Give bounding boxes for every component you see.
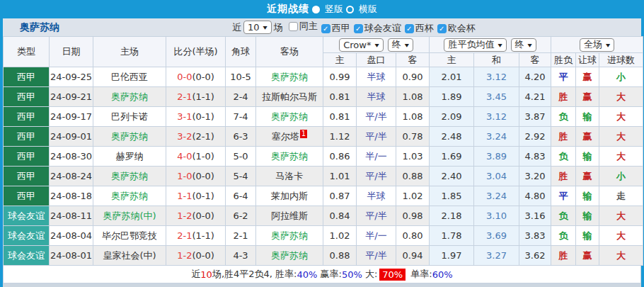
league-type-cell: 球会友谊 bbox=[4, 246, 50, 266]
page: 近期战绩 竖版 横版 奥萨苏纳 近 10 ▼ 场 同主✓西甲✓球会友谊✓西杯✓欧… bbox=[0, 0, 644, 287]
bottom-strip bbox=[3, 283, 641, 287]
checkbox-unchecked-icon[interactable] bbox=[289, 22, 298, 31]
match-row: 西甲24-09-25巴伦西亚0-0(0-0)10-5奥萨苏纳0.99半球0.90… bbox=[4, 67, 643, 87]
league-checkbox-球会友谊[interactable]: ✓球会友谊 bbox=[354, 22, 401, 35]
scope-dropdown-cell: 全场 ▼ bbox=[551, 37, 643, 53]
full-time-score: 1-0 bbox=[177, 171, 192, 181]
match-row: 西甲24-08-18奥萨苏纳1-1(0-1)6-4莱加内斯0.87半球1.021… bbox=[4, 186, 643, 206]
handicap-result-cell: 赢 bbox=[576, 127, 599, 147]
recent-count-select[interactable]: 10 ▼ bbox=[243, 21, 272, 34]
match-row: 西甲24-09-17巴列卡诺3-1(0-1)7-4奥萨苏纳0.81平/半1.08… bbox=[4, 107, 643, 127]
goals-result-cell: 大 bbox=[599, 87, 643, 107]
corner-cell: 6-2 bbox=[226, 206, 256, 226]
radio-selected-icon[interactable] bbox=[312, 6, 320, 13]
checkbox-checked-icon[interactable]: ✓ bbox=[321, 24, 330, 33]
corner-cell: 4-3 bbox=[226, 246, 256, 266]
summary-bar: 近10场,胜4平2负4, 胜率:40% 赢率:50% 大:70% 单率:60% bbox=[3, 266, 641, 283]
score-cell: 1-1(0-1) bbox=[166, 186, 226, 206]
col-header-away: 客场 bbox=[256, 37, 323, 67]
sub-header-avg-away: 客 bbox=[519, 53, 551, 67]
league-type-cell: 球会友谊 bbox=[4, 226, 50, 246]
layout-option-vertical[interactable]: 竖版 bbox=[325, 3, 343, 16]
handicap-result-cell: 赢 bbox=[576, 67, 599, 87]
sub-header-odds-away: 客 bbox=[396, 53, 430, 67]
date-cell: 24-08-30 bbox=[50, 147, 93, 167]
summary-segment: 大: bbox=[362, 268, 378, 281]
away-team-cell: 奥萨苏纳 bbox=[256, 107, 323, 127]
summary-segment: 60% bbox=[432, 269, 453, 280]
sub-header-goals: 进球数 bbox=[599, 53, 643, 67]
sub-header-handicap-result: 让球 bbox=[576, 53, 599, 67]
score-cell: 2-1(1-1) bbox=[166, 226, 226, 246]
chevron-down-icon: ▼ bbox=[498, 42, 502, 47]
sub-header-avg-draw: 和 bbox=[474, 53, 519, 67]
date-cell: 24-08-01 bbox=[50, 246, 93, 266]
match-row: 西甲24-08-30赫罗纳4-0(1-0)5-0奥萨苏纳0.86半/一1.031… bbox=[4, 147, 643, 167]
odds-home-cell: 0.81 bbox=[323, 87, 357, 107]
header-row-dropdowns: 类型 日期 主场 比分(半场) 角球 客场 Crow* ▼ 终 ▼ bbox=[4, 37, 643, 53]
league-type-cell: 西甲 bbox=[4, 147, 50, 167]
score-cell: 1-2(0-0) bbox=[166, 246, 226, 266]
away-team-cell: 奥萨苏纳 bbox=[256, 226, 323, 246]
result-cell: 负 bbox=[551, 107, 576, 127]
odds-away-cell: 1.02 bbox=[396, 186, 430, 206]
chevron-down-icon: ▼ bbox=[405, 42, 409, 47]
league-checkbox-西杯[interactable]: ✓西杯 bbox=[405, 22, 434, 35]
handicap-result-cell: 输 bbox=[576, 226, 599, 246]
avg-home-cell: 2.09 bbox=[430, 107, 474, 127]
handicap-cell: 半/一 bbox=[357, 147, 396, 167]
match-row: 球会友谊24-08-11奥萨苏纳(中)1-2(0-0)6-2阿拉维斯0.84平/… bbox=[4, 206, 643, 226]
full-time-score: 3-2 bbox=[177, 131, 192, 142]
avg-time-select[interactable]: 终 ▼ bbox=[511, 38, 536, 52]
full-time-score: 3-1 bbox=[177, 111, 192, 122]
avg-home-cell: 1.97 bbox=[430, 246, 474, 266]
radio-unselected-icon[interactable] bbox=[346, 6, 354, 13]
layout-option-horizontal[interactable]: 横版 bbox=[359, 3, 377, 16]
full-time-score: 2-1 bbox=[177, 230, 192, 241]
avg-type-select[interactable]: 胜平负均值 ▼ bbox=[444, 38, 506, 52]
league-type-cell: 西甲 bbox=[4, 167, 50, 186]
result-cell: 负 bbox=[551, 206, 576, 226]
match-row: 西甲24-09-01奥萨苏纳3-2(2-1)6-3塞尔塔11.12平/半0.78… bbox=[4, 127, 643, 147]
odds-home-cell: 0.86 bbox=[323, 147, 357, 167]
avg-away-cell: 3.62 bbox=[519, 246, 551, 266]
away-team-cell: 马洛卡 bbox=[256, 167, 323, 186]
score-cell: 2-1(1-1) bbox=[166, 87, 226, 107]
checkbox-checked-icon[interactable]: ✓ bbox=[405, 24, 414, 33]
summary-segment: 50% bbox=[342, 269, 362, 280]
chevron-down-icon: ▼ bbox=[606, 42, 610, 47]
half-time-score: (0-0) bbox=[192, 210, 214, 221]
goals-result-cell: 大 bbox=[599, 246, 643, 266]
home-team-cell: 赫罗纳 bbox=[93, 147, 166, 167]
goals-result-cell: 大 bbox=[599, 206, 643, 226]
avg-draw-cell: 3.69 bbox=[474, 226, 519, 246]
avg-away-cell: 4.80 bbox=[519, 186, 551, 206]
summary-segment: 40% bbox=[297, 269, 317, 280]
handicap-cell: 半球 bbox=[357, 186, 396, 206]
odds-company-select[interactable]: Crow* ▼ bbox=[339, 38, 383, 52]
avg-away-cell: 4.21 bbox=[519, 87, 551, 107]
summary-segment: 近 bbox=[191, 268, 200, 281]
avg-away-cell: 3.16 bbox=[519, 206, 551, 226]
odds-time-select[interactable]: 终 ▼ bbox=[388, 38, 413, 52]
checkbox-label: 同主 bbox=[299, 20, 318, 33]
match-row: 西甲24-09-21奥萨苏纳2-1(1-1)2-4拉斯帕尔马斯0.81半球1.0… bbox=[4, 87, 643, 107]
handicap-result-cell: 赢 bbox=[576, 87, 599, 107]
avg-away-cell: 3.20 bbox=[519, 167, 551, 186]
away-team-cell: 奥萨苏纳 bbox=[256, 67, 323, 87]
result-cell: 负 bbox=[551, 226, 576, 246]
scope-select[interactable]: 全场 ▼ bbox=[580, 38, 614, 52]
chevron-down-icon: ▼ bbox=[374, 42, 379, 47]
summary-segment: 赢率: bbox=[317, 268, 342, 281]
checkbox-checked-icon[interactable]: ✓ bbox=[437, 24, 447, 33]
league-type-cell: 球会友谊 bbox=[4, 206, 50, 226]
league-checkbox-同主[interactable]: 同主 bbox=[289, 20, 318, 33]
league-checkbox-欧会杯[interactable]: ✓欧会杯 bbox=[437, 22, 476, 35]
half-time-score: (1-1) bbox=[192, 91, 214, 102]
league-checkbox-西甲[interactable]: ✓西甲 bbox=[321, 22, 350, 35]
date-cell: 24-08-24 bbox=[50, 167, 93, 186]
col-header-date: 日期 bbox=[50, 37, 93, 67]
summary-segment: 单率: bbox=[408, 268, 432, 281]
match-row: 球会友谊24-08-04毕尔巴鄂竞技2-1(1-1)2-1奥萨苏纳1.02半/一… bbox=[4, 226, 643, 246]
checkbox-checked-icon[interactable]: ✓ bbox=[354, 24, 363, 33]
